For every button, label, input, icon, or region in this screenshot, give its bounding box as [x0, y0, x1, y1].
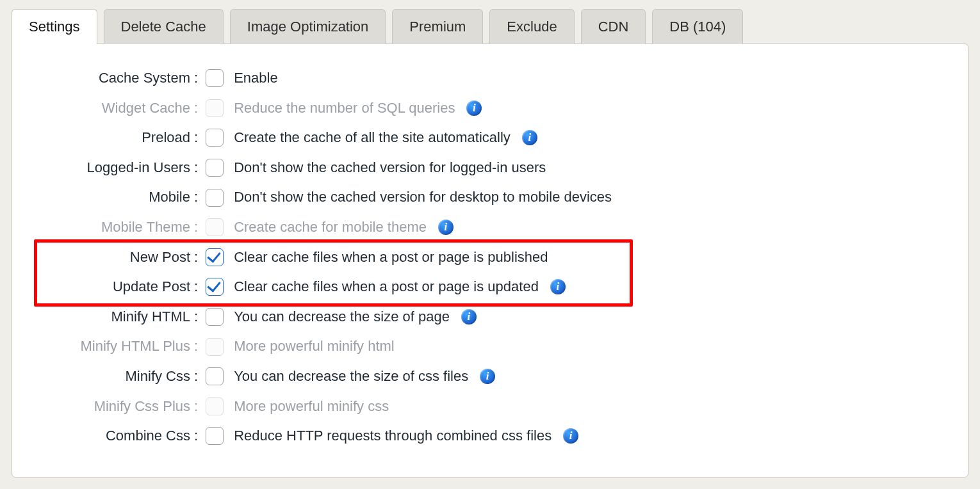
desc-combine-css: Reduce HTTP requests through combined cs… — [234, 427, 551, 445]
colon: : — [190, 308, 206, 326]
colon: : — [190, 367, 206, 386]
colon: : — [190, 69, 206, 88]
checkbox-preload[interactable] — [206, 129, 224, 147]
row-logged-in-users: Logged-in Users:Don't show the cached ve… — [38, 153, 942, 183]
colon: : — [190, 188, 206, 207]
label-new-post: New Post — [38, 248, 190, 267]
tab-cdn[interactable]: CDN — [581, 9, 646, 44]
row-combine-css: Combine Css:Reduce HTTP requests through… — [38, 421, 942, 451]
desc-update-post: Clear cache files when a post or page is… — [234, 278, 539, 296]
checkbox-minify-css[interactable] — [206, 367, 224, 385]
row-update-post: Update Post:Clear cache files when a pos… — [38, 272, 942, 302]
info-icon[interactable]: i — [461, 309, 477, 325]
label-cache-system: Cache System — [38, 69, 190, 88]
checkbox-combine-css[interactable] — [206, 427, 224, 445]
label-minify-css: Minify Css — [38, 367, 190, 386]
desc-logged-in-users: Don't show the cached version for logged… — [234, 159, 546, 177]
label-minify-html: Minify HTML — [38, 308, 190, 326]
checkbox-cache-system[interactable] — [206, 69, 224, 87]
tab-delete-cache[interactable]: Delete Cache — [104, 9, 224, 44]
info-icon[interactable]: i — [550, 279, 566, 294]
row-new-post: New Post:Clear cache files when a post o… — [38, 243, 942, 273]
checkbox-mobile-theme — [206, 218, 224, 236]
label-combine-css: Combine Css — [38, 427, 190, 445]
desc-widget-cache: Reduce the number of SQL queries — [234, 99, 455, 118]
colon: : — [190, 397, 206, 416]
colon: : — [190, 278, 206, 296]
checkbox-update-post[interactable] — [206, 278, 224, 296]
checkbox-minify-html-plus — [206, 338, 224, 356]
checkbox-minify-html[interactable] — [206, 308, 224, 326]
tab-image-optimization[interactable]: Image Optimization — [230, 9, 386, 44]
label-preload: Preload — [38, 129, 190, 147]
checkbox-mobile[interactable] — [206, 189, 224, 207]
page-root: SettingsDelete CacheImage OptimizationPr… — [0, 0, 980, 489]
row-preload: Preload:Create the cache of all the site… — [38, 123, 942, 153]
label-widget-cache: Widget Cache — [38, 99, 190, 118]
checkbox-widget-cache — [206, 99, 224, 117]
label-mobile: Mobile — [38, 188, 190, 207]
checkbox-new-post[interactable] — [206, 248, 224, 266]
info-icon[interactable]: i — [480, 369, 495, 384]
colon: : — [190, 129, 206, 147]
desc-new-post: Clear cache files when a post or page is… — [234, 248, 548, 267]
info-icon[interactable]: i — [438, 220, 453, 235]
info-icon[interactable]: i — [522, 130, 537, 145]
colon: : — [190, 159, 206, 177]
info-icon[interactable]: i — [563, 428, 578, 444]
checkbox-minify-css-plus — [206, 397, 224, 415]
settings-panel: Cache System:EnableWidget Cache:Reduce t… — [12, 44, 968, 477]
label-logged-in-users: Logged-in Users — [38, 159, 190, 177]
colon: : — [190, 427, 206, 445]
tab-exclude[interactable]: Exclude — [489, 9, 574, 44]
desc-cache-system: Enable — [234, 69, 278, 88]
colon: : — [190, 218, 206, 237]
tabs-bar: SettingsDelete CacheImage OptimizationPr… — [12, 9, 968, 44]
colon: : — [190, 337, 206, 356]
row-minify-css: Minify Css:You can decrease the size of … — [38, 362, 942, 392]
tab-premium[interactable]: Premium — [392, 9, 483, 44]
row-minify-css-plus: Minify Css Plus:More powerful minify css — [38, 392, 942, 422]
label-minify-css-plus: Minify Css Plus — [38, 397, 190, 416]
colon: : — [190, 99, 206, 118]
row-cache-system: Cache System:Enable — [38, 63, 942, 93]
checkbox-logged-in-users[interactable] — [206, 159, 224, 177]
desc-preload: Create the cache of all the site automat… — [234, 129, 510, 147]
colon: : — [190, 248, 206, 267]
row-minify-html: Minify HTML:You can decrease the size of… — [38, 302, 942, 332]
label-update-post: Update Post — [38, 278, 190, 296]
desc-minify-html-plus: More powerful minify html — [234, 337, 395, 356]
info-icon[interactable]: i — [466, 100, 482, 116]
desc-mobile: Don't show the cached version for deskto… — [234, 188, 612, 207]
row-widget-cache: Widget Cache:Reduce the number of SQL qu… — [38, 93, 942, 124]
row-mobile: Mobile:Don't show the cached version for… — [38, 182, 942, 212]
tab-settings[interactable]: Settings — [12, 9, 97, 44]
desc-minify-css: You can decrease the size of css files — [234, 367, 468, 386]
row-minify-html-plus: Minify HTML Plus:More powerful minify ht… — [38, 332, 942, 362]
label-minify-html-plus: Minify HTML Plus — [38, 337, 190, 356]
label-mobile-theme: Mobile Theme — [38, 218, 190, 237]
desc-minify-css-plus: More powerful minify css — [234, 397, 389, 416]
desc-mobile-theme: Create cache for mobile theme — [234, 218, 427, 237]
desc-minify-html: You can decrease the size of page — [234, 308, 450, 326]
tab-db-104-[interactable]: DB (104) — [652, 9, 743, 44]
row-mobile-theme: Mobile Theme:Create cache for mobile the… — [38, 212, 942, 243]
